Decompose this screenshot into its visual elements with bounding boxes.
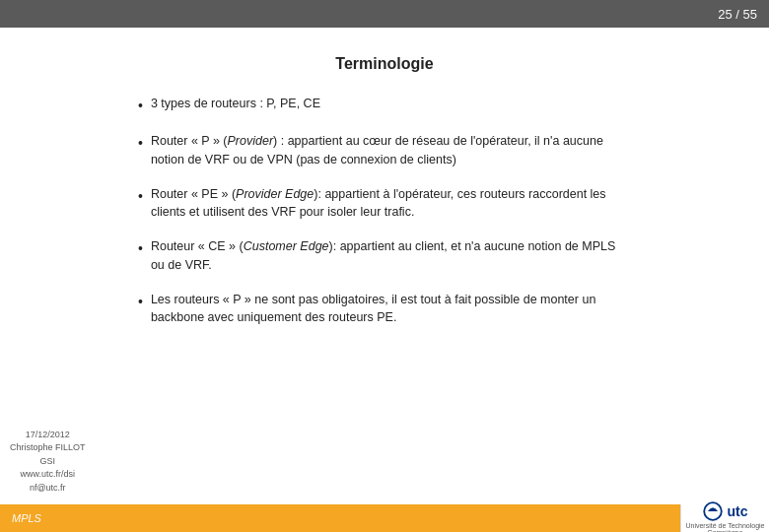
text-before: Routeur « CE » (Customer Edge): appartie… — [151, 239, 615, 272]
list-item: • 3 types de routeurs : P, PE, CE — [138, 95, 631, 116]
date: 17/12/2012 — [10, 429, 86, 442]
bullet-icon: • — [138, 238, 143, 259]
bottom-left-info: 17/12/2012 Christophe FILLOT GSI www.utc… — [10, 429, 86, 496]
italic-text: Provider Edge — [236, 187, 314, 201]
utc-logo: utc Université de Technologie Compiègne — [685, 500, 764, 532]
author: Christophe FILLOT — [10, 441, 86, 455]
bullet-text: Routeur « CE » (Customer Edge): appartie… — [151, 237, 631, 275]
main-content: Terminologie • 3 types de routeurs : P, … — [0, 28, 769, 353]
bullet-list: • 3 types de routeurs : P, PE, CE • Rout… — [138, 95, 631, 327]
utc-main-text: utc — [727, 503, 747, 519]
top-bar: 25 / 55 — [0, 0, 769, 28]
bottom-bar: MPLS utc Université de Technologie Compi… — [0, 504, 769, 532]
bottom-bar-logo: utc Université de Technologie Compiègne — [680, 504, 769, 532]
bullet-icon: • — [138, 186, 143, 207]
text-before: Router « P » (Provider) : appartient au … — [151, 134, 603, 166]
bullet-text: Les routeurs « P » ne sont pas obligatoi… — [151, 291, 631, 328]
italic-text: Provider — [228, 134, 274, 148]
utc-logo-top: utc — [702, 500, 747, 522]
email: nf@utc.fr — [10, 482, 86, 496]
list-item: • Router « P » (Provider) : appartient a… — [138, 132, 631, 169]
slide-title: Terminologie — [138, 55, 631, 73]
bottom-bar-orange: MPLS — [0, 504, 680, 532]
utc-sub-text-1: Université de Technologie — [685, 522, 764, 529]
bullet-icon: • — [138, 292, 143, 312]
utc-arc-icon — [702, 500, 724, 522]
bullet-text: Router « PE » (Provider Edge): appartien… — [151, 185, 631, 223]
website: www.utc.fr/dsi — [10, 468, 86, 482]
list-item: • Routeur « CE » (Customer Edge): appart… — [138, 237, 631, 275]
bullet-text: 3 types de routeurs : P, PE, CE — [151, 95, 631, 113]
slide-number: 25 / 55 — [718, 7, 757, 22]
bullet-icon: • — [138, 96, 143, 116]
dept: GSI — [10, 455, 86, 469]
italic-text: Customer Edge — [244, 239, 329, 253]
bottom-bar-label: MPLS — [12, 512, 41, 524]
list-item: • Les routeurs « P » ne sont pas obligat… — [138, 291, 631, 328]
bullet-icon: • — [138, 133, 143, 154]
text-before: Router « PE » (Provider Edge): appartien… — [151, 187, 606, 220]
bullet-text: Router « P » (Provider) : appartient au … — [151, 132, 631, 169]
list-item: • Router « PE » (Provider Edge): apparti… — [138, 185, 631, 223]
